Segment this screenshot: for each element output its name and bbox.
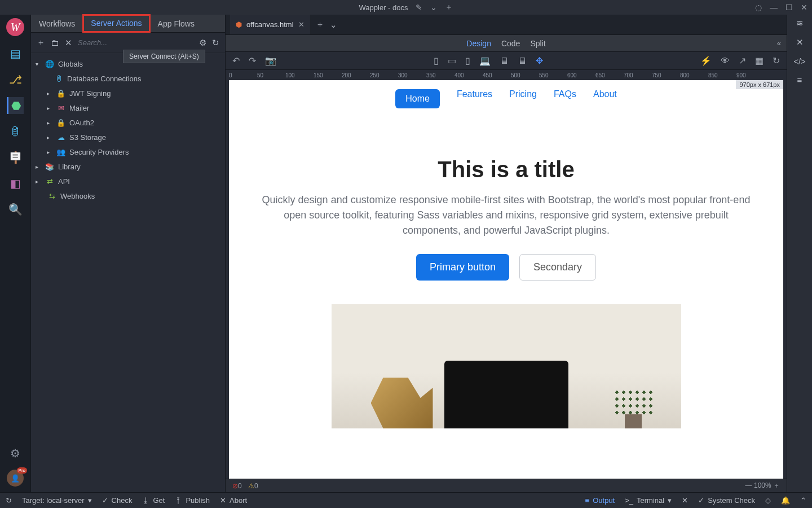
minimize-icon[interactable]: — [770, 3, 778, 12]
user-avatar[interactable]: 👤 [7, 470, 24, 487]
phone-land-icon[interactable]: ▭ [448, 55, 456, 66]
error-icon[interactable]: ⊘ [232, 482, 238, 490]
image-box [371, 378, 433, 428]
git-icon[interactable]: ⎇ [7, 71, 24, 88]
reload-icon[interactable]: ↻ [773, 55, 780, 66]
widescreen-icon[interactable]: 🖥 [518, 56, 527, 66]
hero-title: This is a title [246, 157, 766, 182]
nav-home[interactable]: Home [395, 89, 440, 108]
tab-workflows[interactable]: Workflows [31, 15, 83, 32]
get-button[interactable]: ⭳ Get [142, 496, 165, 505]
menu-icon[interactable]: ≡ [797, 75, 802, 85]
view-design[interactable]: Design [466, 39, 491, 48]
target-selector[interactable]: Target: local-server ▾ [22, 496, 92, 505]
edit-icon[interactable]: ✎ [416, 3, 422, 12]
preview-nav: Home Features Pricing FAQs About [229, 80, 783, 117]
laptop-icon[interactable]: 💻 [479, 55, 491, 66]
app-logo[interactable]: W [6, 18, 24, 36]
close-icon[interactable]: ✕ [801, 3, 807, 12]
undo-icon[interactable]: ↶ [232, 55, 240, 66]
tree-library[interactable]: ▸📚Library [31, 159, 225, 174]
tree-db[interactable]: 🛢Database Connections [31, 71, 225, 86]
sync-icon[interactable]: ↻ [6, 496, 12, 505]
tab-server-actions[interactable]: Server Actions [83, 15, 149, 32]
server-connect-icon[interactable]: ⬣ [7, 97, 24, 114]
nav-faqs[interactable]: FAQs [554, 89, 576, 108]
tree-s3[interactable]: ▸☁S3 Storage [31, 130, 225, 144]
new-tab-icon[interactable]: ＋ [316, 19, 324, 30]
nav-features[interactable]: Features [457, 89, 492, 108]
collapse-icon[interactable]: « [777, 39, 781, 47]
terminal-close[interactable]: ✕ [682, 496, 688, 505]
gear-icon[interactable]: ⚙ [199, 38, 206, 48]
editor-area: ⬢ offcanvas.html ✕ ＋ ⌄ Design Code Split… [226, 15, 787, 492]
output-button[interactable]: ≡ Output [585, 496, 615, 505]
bug-icon[interactable]: ◇ [765, 496, 771, 505]
export-icon[interactable]: ↗ [739, 55, 746, 66]
publish-button[interactable]: ⭱ Publish [175, 496, 210, 505]
tab-app-flows[interactable]: App Flows [150, 15, 202, 32]
routes-icon[interactable]: 🪧 [7, 149, 24, 166]
hero-image [332, 304, 681, 428]
abort-button[interactable]: ✕ Abort [220, 496, 247, 505]
database-icon[interactable]: 🛢 [7, 123, 24, 140]
bolt-icon[interactable]: ⚡ [700, 55, 712, 66]
preview-canvas[interactable]: Home Features Pricing FAQs About This is… [229, 80, 783, 479]
tree-api[interactable]: ▸⇄API [31, 174, 225, 189]
assets-icon[interactable]: ◧ [7, 175, 24, 192]
tab-close-icon[interactable]: ✕ [298, 20, 304, 29]
redo-icon[interactable]: ↷ [249, 55, 256, 66]
plus-icon[interactable]: ＋ [445, 2, 453, 12]
tree-oauth[interactable]: ▸🔒OAuth2 [31, 115, 225, 130]
html5-icon: ⬢ [236, 20, 242, 29]
view-code[interactable]: Code [501, 39, 520, 48]
add-icon[interactable]: ＋ [37, 37, 45, 48]
camera-icon[interactable]: 📷 [265, 55, 276, 66]
warning-icon[interactable]: ⚠ [248, 482, 254, 490]
qr-icon[interactable]: ▦ [755, 55, 764, 66]
expand-icon[interactable]: ⌃ [800, 496, 806, 505]
layers-icon[interactable]: ≋ [796, 18, 804, 28]
statusbar: ↻ Target: local-server ▾ ✓ Check ⭳ Get ⭱… [0, 492, 812, 508]
move-icon[interactable]: ✥ [536, 55, 543, 66]
drop-icon[interactable]: ◌ [755, 3, 762, 12]
tree-jwt[interactable]: ▸🔒JWT Signing [31, 86, 225, 100]
editor-tab[interactable]: ⬢ offcanvas.html ✕ [230, 15, 310, 34]
search-icon[interactable]: 🔍 [7, 201, 24, 218]
chevron-down-icon[interactable]: ⌄ [430, 3, 437, 12]
check-button[interactable]: ✓ Check [102, 496, 133, 505]
tree-webhooks[interactable]: ⇆Webhooks [31, 189, 225, 203]
tools-icon[interactable]: ✕ [796, 37, 804, 47]
view-split[interactable]: Split [530, 39, 545, 48]
tree-label: S3 Storage [69, 133, 106, 142]
maximize-icon[interactable]: ☐ [785, 3, 793, 12]
system-check-button[interactable]: ✓ System Check [698, 496, 755, 505]
refresh-icon[interactable]: ↻ [212, 38, 219, 48]
side-panel-tabs: Workflows Server Actions App Flows [31, 15, 225, 33]
hero-lead: Quickly design and customize responsive … [258, 192, 754, 238]
phone-icon[interactable]: ▯ [434, 55, 439, 66]
view-mode-bar: Design Code Split « [226, 35, 787, 52]
tree-security[interactable]: ▸👥Security Providers [31, 144, 225, 159]
search-input[interactable] [78, 38, 193, 47]
tree-mailer[interactable]: ▸✉Mailer [31, 100, 225, 115]
tooltip: Server Connect (Alt+S) [123, 50, 205, 63]
pages-icon[interactable]: ▤ [7, 45, 24, 62]
code-icon[interactable]: </> [793, 56, 806, 66]
tab-menu-icon[interactable]: ⌄ [330, 20, 337, 30]
ruler: 0501001502002503003504004505005506006507… [226, 70, 787, 80]
tablet-icon[interactable]: ▯ [465, 55, 470, 66]
folder-icon[interactable]: 🗀 [51, 38, 59, 47]
tree-label: OAuth2 [69, 119, 94, 127]
secondary-button[interactable]: Secondary [519, 254, 596, 281]
primary-button[interactable]: Primary button [416, 254, 509, 281]
nav-pricing[interactable]: Pricing [509, 89, 537, 108]
eye-icon[interactable]: 👁 [721, 56, 730, 66]
terminal-button[interactable]: >_ Terminal ▾ [625, 496, 672, 505]
nav-about[interactable]: About [593, 89, 617, 108]
tree-label: Webhooks [60, 192, 95, 200]
notifications-icon[interactable]: 🔔 [781, 496, 790, 505]
settings-icon[interactable]: ⚙ [7, 445, 24, 462]
delete-icon[interactable]: ✕ [65, 38, 72, 48]
desktop-icon[interactable]: 🖥 [500, 56, 509, 66]
